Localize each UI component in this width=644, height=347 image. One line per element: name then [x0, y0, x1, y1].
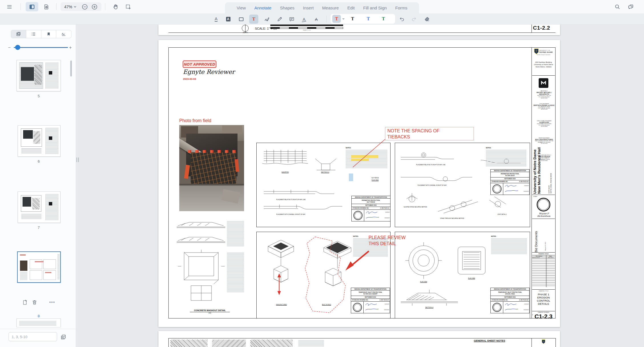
divider: [21, 3, 21, 10]
thumbnail-partial[interactable]: [17, 318, 61, 327]
sidebar-resize-handle[interactable]: [77, 158, 79, 162]
free-text-tool-active[interactable]: T: [249, 15, 258, 24]
project-loc-line1: EAST QUAD: [548, 185, 550, 193]
comments-panel-button[interactable]: [627, 3, 635, 11]
select-pages-button[interactable]: [59, 333, 68, 341]
highlight-text-tool[interactable]: A: [224, 15, 232, 23]
redo-button[interactable]: [410, 15, 418, 23]
detail-hatch-3: [250, 340, 293, 347]
pdf-annotator-app: 47% View Annotate Shapes Insert Measure: [0, 0, 644, 347]
divider: [105, 3, 105, 10]
indot-signatures: 5/2/2019 5/31/2019: [503, 183, 529, 195]
comment-tool[interactable]: [288, 15, 296, 23]
nd-logo-block: UNIVERSITY OF NOTRE DAME Facilities Desi…: [532, 49, 555, 55]
zoom-out-button[interactable]: [81, 3, 88, 11]
indot-title-2: FILTER BAG INSERT: [363, 293, 377, 295]
squiggly-underline-tool[interactable]: A: [300, 15, 308, 23]
sidebar-scrollbar[interactable]: [70, 60, 72, 76]
project-address-line3: Notre Dame, Indiana: [532, 66, 555, 68]
project-address-line2: University of Notre Dame: [532, 63, 555, 66]
tab-fill-and-sign[interactable]: Fill and Sign: [363, 5, 387, 10]
sidebar-toggle-button[interactable]: [26, 2, 38, 11]
thumbnail-size-slider[interactable]: [14, 47, 68, 48]
free-text-icon: T: [252, 16, 255, 22]
thumbnail-page-8-selected[interactable]: [17, 251, 61, 283]
reviewer-signature[interactable]: Egnyte Reviewer: [183, 68, 235, 75]
scale-bar-heavy: [270, 25, 343, 26]
strikethrough-tool[interactable]: A: [312, 15, 320, 23]
indot-title-2: GRAVEL RING: [505, 293, 515, 295]
thumbnail-size-increase[interactable]: +: [69, 45, 72, 50]
tab-edit[interactable]: Edit: [347, 5, 355, 10]
not-approved-stamp[interactable]: NOT APPROVED: [183, 60, 216, 68]
indot-title-2: SILT FENCE: [367, 201, 375, 203]
zoom-in-button[interactable]: [91, 3, 98, 11]
pan-tool-button[interactable]: [111, 3, 120, 11]
text-color-black[interactable]: T: [349, 15, 357, 23]
tab-insert[interactable]: Insert: [303, 5, 314, 10]
review-note-annotation[interactable]: PLEASE REVIEW THIS DETAIL: [369, 235, 417, 248]
tab-outline[interactable]: [26, 30, 41, 38]
text-color-black-icon: T: [351, 16, 354, 21]
tiebacks-note-annotation[interactable]: NOTE THE SPACING OF TIEBACKS: [385, 127, 474, 140]
issue-date-vertical: August 25, 2022: [545, 233, 546, 251]
thumbnail-size-decrease[interactable]: −: [8, 45, 11, 50]
indot-std-label: STANDARD DRAWING NO.: [353, 207, 369, 209]
underline-text-tool[interactable]: A: [212, 15, 220, 23]
project-title-line2: New Men's Residence Hall: [537, 147, 541, 194]
drawing-number: C1-2.3: [532, 313, 555, 320]
more-actions-button[interactable]: •••: [48, 298, 57, 306]
tab-signatures[interactable]: [56, 30, 71, 38]
photo-from-field-label[interactable]: Photo from field: [179, 118, 211, 123]
search-icon: [615, 4, 620, 10]
menu-button[interactable]: [6, 3, 13, 11]
indot-date: SEPTEMBER 2019: [491, 296, 529, 299]
sheet-c1-2-3: NOT APPROVED Egnyte Reviewer 2023-03-03 …: [158, 40, 560, 327]
search-button[interactable]: [613, 3, 622, 11]
marquee-select-button[interactable]: [124, 3, 132, 11]
title-block: UNIVERSITY OF NOTRE DAME Facilities Desi…: [532, 47, 555, 318]
indot-std-label: STANDARD DRAWING NO.: [492, 299, 508, 301]
delete-page-button[interactable]: [31, 298, 38, 306]
signature-tool[interactable]: [263, 15, 271, 23]
tab-page-thumbnails[interactable]: [11, 30, 26, 38]
rotate-page-button[interactable]: [21, 298, 29, 306]
thumbnail-page-5[interactable]: [17, 60, 61, 91]
scale-bar: [270, 27, 343, 29]
tab-measure[interactable]: Measure: [322, 5, 339, 10]
redo-icon: [411, 16, 417, 22]
tab-view[interactable]: View: [237, 5, 246, 10]
indot-std-label: STANDARD DRAWING NO.: [492, 181, 508, 182]
page-settings-button[interactable]: [42, 3, 51, 11]
project-location-vertical: EAST QUAD NOTRE DAME, INDIANA 46556: [548, 167, 552, 193]
zoom-level-dropdown[interactable]: 47%: [62, 2, 79, 11]
text-color-blue[interactable]: T: [364, 15, 372, 23]
rectangle-tool[interactable]: [237, 15, 245, 23]
indot-agency: INDIANA DEPARTMENT OF TRANSPORTATION: [351, 288, 390, 290]
tab-shapes[interactable]: Shapes: [280, 5, 295, 10]
tab-bookmarks[interactable]: [41, 30, 57, 38]
page-range-input[interactable]: [9, 332, 57, 341]
indot-std-no: E 205-TECD-19: [519, 181, 528, 182]
field-photo[interactable]: [179, 125, 244, 211]
slider-knob[interactable]: [15, 45, 20, 50]
rotate-page-icon: [22, 300, 28, 305]
joint-detail-label: JOINT DETAIL 1: [489, 214, 515, 215]
thumbnail-page-6[interactable]: [18, 125, 61, 157]
tiebacks-note-line1: NOTE THE SPACING OF: [387, 128, 472, 134]
tab-annotate[interactable]: Annotate: [254, 5, 271, 10]
issue-col-date: Date: [546, 255, 555, 257]
eraser-button[interactable]: [423, 15, 431, 23]
tab-forms[interactable]: Forms: [395, 5, 408, 10]
text-color-dropdown[interactable]: [341, 17, 345, 21]
review-date[interactable]: 2023-03-03: [183, 78, 196, 80]
text-color-green[interactable]: T: [379, 15, 387, 23]
comments-panel-icon: [628, 4, 634, 10]
pencil-tool[interactable]: [276, 15, 284, 23]
text-color-red-selected[interactable]: T: [332, 15, 341, 23]
undo-button[interactable]: [398, 15, 406, 23]
thumbnail-page-7[interactable]: [18, 191, 61, 223]
notre-dame-wordmark: NOTRE DAME: [539, 51, 553, 53]
manufactured-label: MANUFACTURED: [269, 304, 294, 305]
divider: [56, 3, 57, 10]
